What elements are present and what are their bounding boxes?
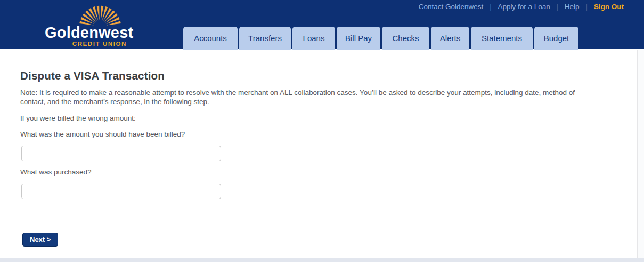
link-separator: | bbox=[586, 2, 588, 12]
tab-accounts[interactable]: Accounts bbox=[183, 27, 238, 50]
page-title: Dispute a VISA Transaction bbox=[20, 69, 637, 82]
link-separator: | bbox=[490, 2, 491, 12]
link-contact[interactable]: Contact Goldenwest bbox=[418, 2, 485, 12]
link-separator: | bbox=[557, 2, 558, 12]
amount-field-label: What was the amount you should have been… bbox=[20, 130, 637, 138]
page-bottom-edge bbox=[0, 258, 644, 262]
sunburst-icon bbox=[75, 4, 125, 27]
link-apply-loan[interactable]: Apply for a Loan bbox=[496, 2, 551, 12]
purchased-field-label: What was purchased? bbox=[20, 168, 637, 176]
tab-checks[interactable]: Checks bbox=[382, 27, 429, 50]
tab-transfers[interactable]: Transfers bbox=[239, 27, 291, 50]
logo-tagline: CREDIT UNION bbox=[45, 41, 127, 47]
sign-out-button[interactable]: Sign Out bbox=[593, 2, 625, 12]
intro-text: If you were billed the wrong amount: bbox=[20, 114, 637, 122]
amount-input[interactable] bbox=[21, 146, 221, 161]
tab-budget[interactable]: Budget bbox=[534, 27, 578, 50]
logo-name: Goldenwest bbox=[45, 25, 127, 40]
main-nav-tabs: Accounts Transfers Loans Bill Pay Checks… bbox=[183, 27, 578, 50]
dispute-form-page: Dispute a VISA Transaction Note: It is r… bbox=[0, 50, 637, 258]
next-button[interactable]: Next > bbox=[22, 233, 58, 247]
utility-links: Contact Goldenwest | Apply for a Loan | … bbox=[418, 2, 625, 12]
tab-loans[interactable]: Loans bbox=[292, 27, 335, 50]
tab-bill-pay[interactable]: Bill Pay bbox=[337, 27, 380, 50]
goldenwest-logo[interactable]: Goldenwest CREDIT UNION bbox=[45, 4, 127, 47]
scrollbar-track[interactable] bbox=[637, 50, 644, 258]
note-text: Note: It is required to make a reasonabl… bbox=[20, 88, 601, 106]
tab-statements[interactable]: Statements bbox=[471, 27, 533, 50]
link-help[interactable]: Help bbox=[564, 2, 581, 12]
tab-alerts[interactable]: Alerts bbox=[431, 27, 469, 50]
purchased-input[interactable] bbox=[21, 184, 221, 199]
